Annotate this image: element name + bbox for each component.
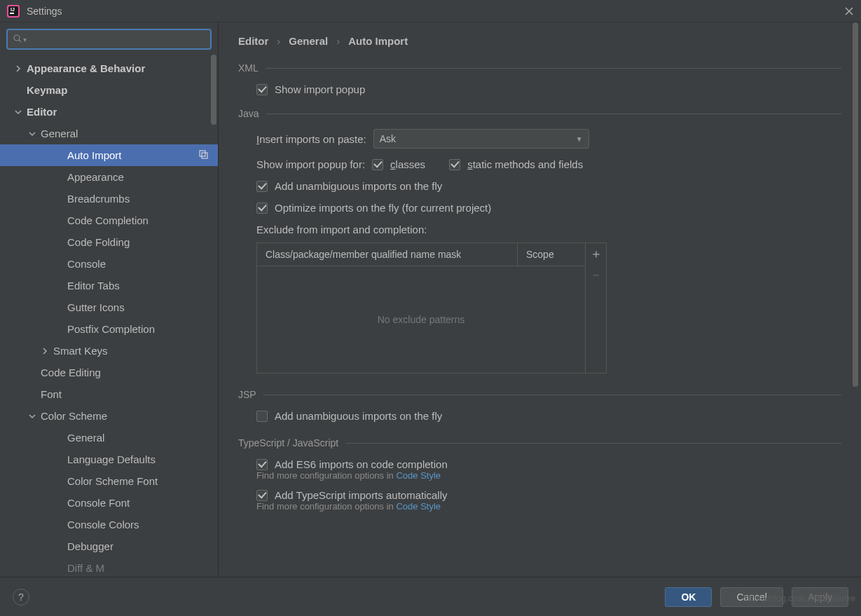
tree-node[interactable]: General <box>0 427 218 449</box>
link-code-style[interactable]: Code Style <box>396 501 441 512</box>
breadcrumb-item: Auto Import <box>348 35 408 47</box>
checkbox-classes[interactable] <box>372 159 383 170</box>
tree-label: Color Scheme <box>41 410 107 422</box>
tree-label: Color Scheme Font <box>67 475 158 487</box>
tree-node[interactable]: Console <box>0 253 218 275</box>
search-icon <box>13 34 22 45</box>
footer: ? OK Cancel Apply <box>0 577 861 616</box>
window-title: Settings <box>27 6 62 17</box>
content-panel: Editor › General › Auto Import XML Show … <box>219 22 861 577</box>
content-scrollbar[interactable] <box>853 22 858 387</box>
checkbox-ts[interactable] <box>256 490 268 501</box>
label-add-unambiguous: Add unambiguous imports on the fly <box>275 180 442 192</box>
label-insert-paste: Insert imports on paste: <box>256 133 366 145</box>
hint-ts: Find more configuration options in Code … <box>238 501 841 512</box>
label-classes: classes <box>390 158 425 170</box>
tree-node[interactable]: Code Completion <box>0 210 218 231</box>
label-ts: Add TypeScript imports automatically <box>275 489 448 501</box>
copy-icon[interactable] <box>199 149 208 161</box>
tree-node[interactable]: Auto Import <box>0 144 218 166</box>
tree-node[interactable]: Code Editing <box>0 362 218 383</box>
svg-line-5 <box>19 40 21 42</box>
tree-node[interactable]: General <box>0 123 218 144</box>
chevron-down-icon <box>28 412 36 420</box>
tree-node[interactable]: Keymap <box>0 79 218 101</box>
label-static: static methods and fields <box>467 158 583 170</box>
label-optimize: Optimize imports on the fly (for current… <box>275 202 491 214</box>
tree-node[interactable]: Editor Tabs <box>0 275 218 296</box>
section-title-jsp: JSP <box>238 389 841 400</box>
label-es6: Add ES6 imports on code completion <box>275 458 448 470</box>
tree-label: Debugger <box>67 540 113 552</box>
exclude-col-scope[interactable]: Scope <box>518 243 585 266</box>
tree-label: Smart Keys <box>53 345 108 357</box>
tree-node[interactable]: Breadcrumbs <box>0 188 218 210</box>
chevron-right-icon: › <box>277 35 280 47</box>
checkbox-add-unambiguous[interactable] <box>256 181 268 192</box>
svg-point-4 <box>14 35 20 41</box>
remove-button[interactable]: － <box>586 264 606 285</box>
link-code-style[interactable]: Code Style <box>396 470 441 481</box>
close-icon[interactable] <box>844 6 854 16</box>
tree-label: Auto Import <box>67 149 122 161</box>
tree-node[interactable]: Color Scheme Font <box>0 470 218 492</box>
svg-rect-2 <box>10 13 14 14</box>
tree-label: Console <box>67 258 106 270</box>
tree-label: Postfix Completion <box>67 323 155 335</box>
checkbox-xml-popup[interactable] <box>256 84 268 95</box>
section-label: XML <box>238 62 259 74</box>
tree-node[interactable]: Color Scheme <box>0 405 218 427</box>
tree-node[interactable]: Appearance & Behavior <box>0 57 218 79</box>
breadcrumb-item[interactable]: General <box>289 35 328 47</box>
select-value: Ask <box>380 133 396 144</box>
select-insert-paste[interactable]: Ask ▼ <box>373 129 589 149</box>
sidebar-scrollbar[interactable] <box>211 55 216 125</box>
tree-label: General <box>41 128 78 139</box>
exclude-empty-text: No exclude patterns <box>257 266 585 373</box>
watermark: https://blog.csdn.net/zyplanke <box>745 594 855 603</box>
tree-node[interactable]: Console Colors <box>0 514 218 535</box>
tree-node[interactable]: Editor <box>0 101 218 123</box>
tree-node[interactable]: Diff & M <box>0 557 218 575</box>
tree-label: Diff & M <box>67 562 104 574</box>
chevron-down-icon: ▼ <box>576 135 583 143</box>
tree-node[interactable]: Console Font <box>0 492 218 514</box>
add-button[interactable]: ＋ <box>586 243 606 264</box>
tree-node[interactable]: Postfix Completion <box>0 318 218 340</box>
tree-node[interactable]: Gutter Icons <box>0 296 218 318</box>
checkbox-static[interactable] <box>449 159 460 170</box>
tree-label: Console Colors <box>67 519 139 531</box>
tree-label: Gutter Icons <box>67 301 125 313</box>
checkbox-optimize[interactable] <box>256 203 268 214</box>
tree-node[interactable]: Font <box>0 383 218 405</box>
tree-node[interactable]: Code Folding <box>0 231 218 253</box>
tree-node[interactable]: Debugger <box>0 535 218 557</box>
tree-label: Font <box>41 388 62 400</box>
exclude-col-name[interactable]: Class/package/member qualified name mask <box>257 243 518 266</box>
section-label: Java <box>238 108 259 119</box>
search-input[interactable]: ▾ <box>7 29 211 49</box>
tree-label: General <box>67 432 104 444</box>
search-field[interactable] <box>27 34 205 45</box>
label-xml-popup: Show import popup <box>275 83 365 95</box>
section-label: TypeScript / JavaScript <box>238 437 338 449</box>
tree-label: Language Defaults <box>67 453 156 465</box>
section-label: JSP <box>238 389 256 400</box>
tree-node[interactable]: Smart Keys <box>0 340 218 362</box>
titlebar: IJ Settings <box>0 0 861 22</box>
checkbox-es6[interactable] <box>256 459 268 470</box>
app-icon: IJ <box>7 5 20 18</box>
tree-label: Code Folding <box>67 236 130 248</box>
checkbox-jsp-unambiguous[interactable] <box>256 411 268 422</box>
tree-label: Appearance <box>67 171 124 183</box>
ok-button[interactable]: OK <box>665 587 712 607</box>
label-jsp-unambiguous: Add unambiguous imports on the fly <box>275 410 442 422</box>
section-title-xml: XML <box>238 62 841 74</box>
tree-label: Console Font <box>67 497 130 509</box>
tree-node[interactable]: Language Defaults <box>0 449 218 470</box>
svg-rect-6 <box>200 151 205 156</box>
breadcrumb-item[interactable]: Editor <box>238 35 268 47</box>
tree-node[interactable]: Appearance <box>0 166 218 188</box>
help-button[interactable]: ? <box>13 589 29 605</box>
tree-label: Appearance & Behavior <box>27 62 145 74</box>
